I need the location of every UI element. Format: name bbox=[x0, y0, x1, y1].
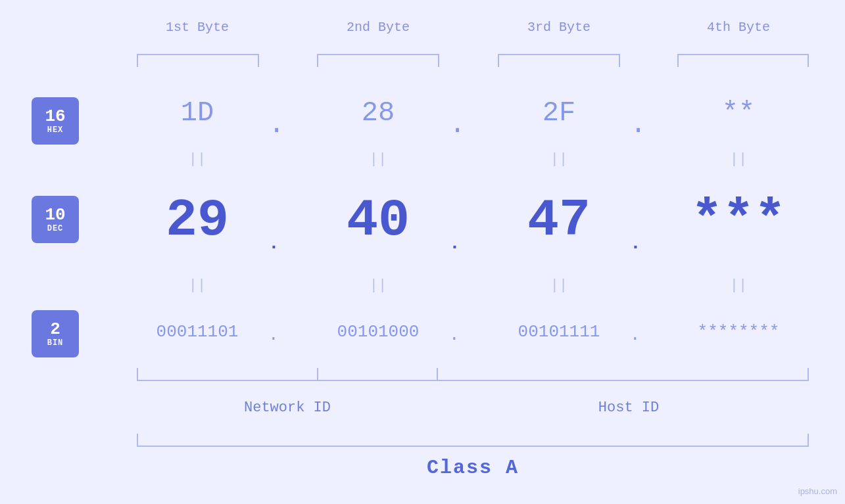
hex-byte-4: ** bbox=[676, 97, 801, 129]
col-header-4: 4th Byte bbox=[676, 20, 801, 35]
badge-bin-num: 2 bbox=[50, 320, 60, 339]
hex-byte-1: 1D bbox=[135, 97, 260, 129]
dec-byte-1: 29 bbox=[135, 191, 260, 250]
bin-byte-2: 00101000 bbox=[316, 322, 441, 342]
dec-dot-3: . bbox=[630, 233, 641, 254]
bin-byte-1: 00011101 bbox=[135, 322, 260, 342]
bin-byte-3: 00101111 bbox=[496, 322, 621, 342]
badge-dec-num: 10 bbox=[45, 206, 65, 225]
hex-dot-1: . bbox=[268, 109, 285, 141]
col-header-2: 2nd Byte bbox=[316, 20, 441, 35]
badge-dec-label: DEC bbox=[47, 224, 64, 233]
col-header-1: 1st Byte bbox=[135, 20, 260, 35]
bracket-top-2 bbox=[317, 54, 439, 67]
dec-dot-1: . bbox=[268, 233, 279, 254]
eq-bar-hex-1: || bbox=[135, 151, 260, 168]
eq-bar-hex-3: || bbox=[496, 151, 621, 168]
eq-bar-hex-2: || bbox=[316, 151, 441, 168]
eq-bar-dec-2: || bbox=[316, 277, 441, 294]
hex-byte-2: 28 bbox=[316, 97, 441, 129]
dec-byte-2: 40 bbox=[316, 191, 441, 250]
hex-dot-2: . bbox=[449, 109, 466, 141]
watermark: ipshu.com bbox=[798, 486, 837, 496]
hex-byte-3: 2F bbox=[496, 97, 621, 129]
dec-dot-2: . bbox=[449, 233, 460, 254]
col-header-3: 3rd Byte bbox=[496, 20, 621, 35]
bin-byte-4: ******** bbox=[676, 322, 801, 342]
main-container: 16 HEX 10 DEC 2 BIN 1st Byte 2nd Byte 3r… bbox=[0, 0, 845, 504]
label-class: Class A bbox=[137, 457, 809, 479]
dec-byte-3: 47 bbox=[496, 191, 621, 250]
eq-bar-dec-3: || bbox=[496, 277, 621, 294]
dec-byte-4: *** bbox=[676, 191, 801, 250]
eq-bar-hex-4: || bbox=[676, 151, 801, 168]
eq-bar-dec-4: || bbox=[676, 277, 801, 294]
badge-bin-label: BIN bbox=[47, 338, 64, 348]
bracket-top-1 bbox=[137, 54, 259, 67]
badge-hex-num: 16 bbox=[45, 107, 65, 126]
badge-hex: 16 HEX bbox=[32, 97, 79, 145]
bracket-host-id bbox=[317, 368, 809, 381]
bin-dot-3: . bbox=[630, 325, 640, 345]
badge-hex-label: HEX bbox=[47, 126, 64, 135]
bin-dot-2: . bbox=[449, 325, 460, 345]
bin-dot-1: . bbox=[268, 325, 279, 345]
eq-bar-dec-1: || bbox=[135, 277, 260, 294]
badge-dec: 10 DEC bbox=[32, 196, 79, 243]
hex-dot-3: . bbox=[630, 109, 646, 141]
label-host-id: Host ID bbox=[448, 400, 809, 416]
badge-bin: 2 BIN bbox=[32, 310, 79, 357]
bracket-top-3 bbox=[498, 54, 620, 67]
bracket-top-4 bbox=[677, 54, 809, 67]
bracket-class bbox=[137, 434, 809, 447]
label-network-id: Network ID bbox=[137, 400, 438, 416]
